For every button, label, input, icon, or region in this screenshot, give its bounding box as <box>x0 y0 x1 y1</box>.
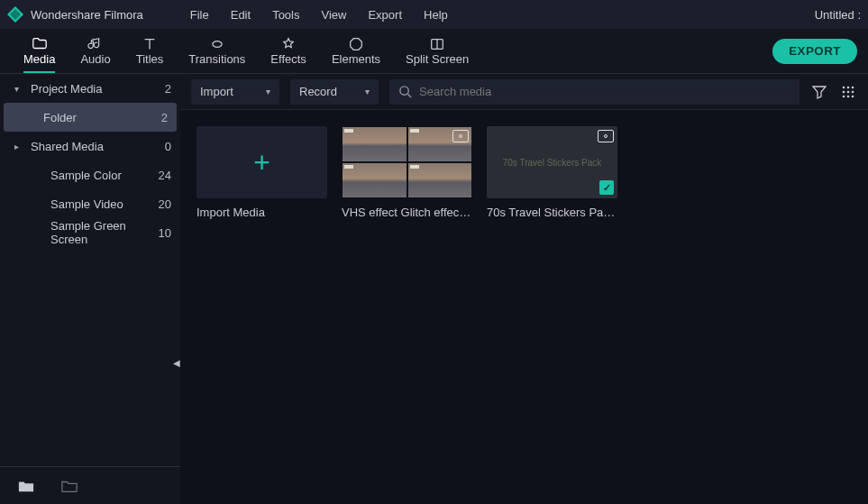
tab-split[interactable]: Split Screen <box>393 29 481 73</box>
transitions-icon <box>208 36 226 52</box>
effects-icon <box>279 36 297 52</box>
import-dropdown-label: Import <box>200 85 233 98</box>
menu-file[interactable]: File <box>179 8 220 22</box>
content-toolbar: Import ▾ Record ▾ <box>180 74 868 110</box>
svg-point-11 <box>847 95 850 97</box>
media-label: 70s Travel Stickers Pack… <box>487 206 617 219</box>
search-icon <box>398 85 412 98</box>
filter-icon[interactable] <box>810 83 828 101</box>
app-name: Wondershare Filmora <box>31 8 143 22</box>
audio-icon <box>87 36 105 52</box>
svg-point-6 <box>852 86 854 88</box>
menu-edit[interactable]: Edit <box>220 8 261 22</box>
tab-effects[interactable]: Effects <box>258 29 319 73</box>
sidebar-item-sample-green-screen[interactable]: Sample Green Screen10 <box>0 218 180 247</box>
chevron-down-icon: ▾ <box>365 87 370 96</box>
svg-point-8 <box>847 90 850 93</box>
svg-point-10 <box>843 95 845 97</box>
tab-elements[interactable]: Elements <box>319 29 393 73</box>
main-area: ▾Project Media2Folder2▸Shared Media0Samp… <box>0 74 868 504</box>
tab-transitions[interactable]: Transitions <box>176 29 258 73</box>
sidebar-collapse-handle[interactable]: ◀ <box>172 344 181 380</box>
search-input[interactable] <box>419 85 790 98</box>
clip-type-icon <box>598 130 614 142</box>
svg-point-2 <box>400 87 408 95</box>
caret-icon: ▸ <box>14 142 23 151</box>
document-title: Untitled : <box>815 8 861 22</box>
media-label: Import Media <box>196 206 327 219</box>
media-card: +Import Media <box>196 126 327 488</box>
tab-media[interactable]: Media <box>11 29 68 73</box>
sidebar: ▾Project Media2Folder2▸Shared Media0Samp… <box>0 74 180 504</box>
menu-export[interactable]: Export <box>357 8 413 22</box>
svg-point-7 <box>843 90 845 93</box>
grid-view-icon[interactable] <box>839 83 857 101</box>
elements-icon <box>347 36 365 52</box>
sidebar-item-folder[interactable]: Folder2 <box>4 103 177 132</box>
svg-point-12 <box>852 95 854 97</box>
split-icon <box>428 36 446 52</box>
caret-icon: ▾ <box>14 84 23 94</box>
media-card: 70s Travel Stickers Pack✓70s Travel Stic… <box>487 126 617 488</box>
svg-point-5 <box>847 86 850 88</box>
tab-audio[interactable]: Audio <box>68 29 123 73</box>
import-dropdown[interactable]: Import ▾ <box>191 79 279 105</box>
search-box[interactable] <box>389 79 799 105</box>
plus-icon: + <box>253 146 270 179</box>
selected-check-icon: ✓ <box>599 180 614 195</box>
sidebar-item-project-media[interactable]: ▾Project Media2 <box>0 74 180 103</box>
menubar: Wondershare Filmora FileEditToolsViewExp… <box>0 0 868 29</box>
media-card: VHS effect Glitch effect… <box>342 126 472 488</box>
menu-help[interactable]: Help <box>413 8 459 22</box>
svg-line-3 <box>407 94 411 97</box>
sidebar-item-sample-color[interactable]: Sample Color24 <box>0 160 180 189</box>
import-media-tile[interactable]: + <box>196 126 327 198</box>
media-icon <box>31 36 49 52</box>
record-dropdown-label: Record <box>299 85 337 98</box>
svg-point-9 <box>852 90 854 93</box>
sidebar-item-sample-video[interactable]: Sample Video20 <box>0 189 180 218</box>
new-folder-filled-icon[interactable] <box>18 479 34 493</box>
sidebar-footer <box>0 466 180 504</box>
media-grid: +Import MediaVHS effect Glitch effect…70… <box>180 110 868 504</box>
record-dropdown[interactable]: Record ▾ <box>290 79 379 105</box>
svg-point-4 <box>843 86 845 88</box>
menu-tools[interactable]: Tools <box>261 8 310 22</box>
new-folder-outline-icon[interactable] <box>61 479 78 493</box>
tab-titles[interactable]: Titles <box>123 29 177 73</box>
media-thumb[interactable]: 70s Travel Stickers Pack✓ <box>487 126 617 198</box>
menu-view[interactable]: View <box>310 8 357 22</box>
export-button[interactable]: EXPORT <box>772 39 857 64</box>
tool-tabs: MediaAudioTitlesTransitionsEffectsElemen… <box>0 29 868 74</box>
media-thumb[interactable] <box>342 126 472 198</box>
sidebar-item-shared-media[interactable]: ▸Shared Media0 <box>0 132 180 160</box>
clip-type-icon <box>452 130 469 142</box>
app-logo-icon <box>7 6 23 23</box>
titles-icon <box>141 36 159 52</box>
media-label: VHS effect Glitch effect… <box>342 206 472 219</box>
content-panel: Import ▾ Record ▾ +Import MediaVHS effec… <box>180 74 868 504</box>
chevron-down-icon: ▾ <box>266 87 270 96</box>
